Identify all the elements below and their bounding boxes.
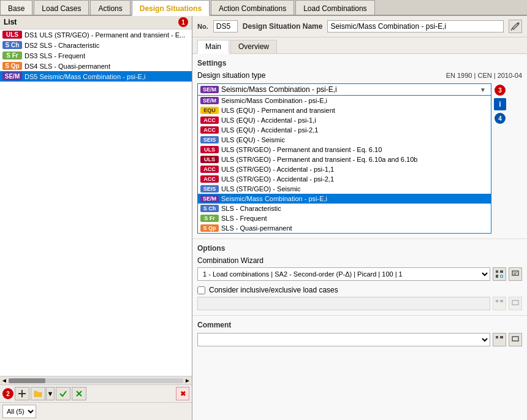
dropdown-item[interactable]: S Qp SLS - Quasi-permanent [198,223,491,233]
dropdown-item-selected[interactable]: SE/M Seismic/Mass Combination - psi-E,i [198,194,491,204]
tab-base[interactable]: Base [0,0,32,15]
right-panel: No. Design Situation Name Main Overview … [192,16,527,420]
add-button[interactable] [15,387,29,400]
badge-sqp: S Qp [2,62,22,70]
current-badge: SE/M [200,86,219,93]
list-item[interactable]: SE/M DS5 Seismic/Mass Combination - psi-… [0,71,192,82]
badge: ACC [200,175,219,183]
list-item[interactable]: S Qp DS4 SLS - Quasi-permanent [0,61,192,71]
disabled-input [197,297,490,310]
list-items: ULS DS1 ULS (STR/GEO) - Permanent and tr… [0,29,192,376]
tab-actions[interactable]: Actions [90,0,130,15]
badge-sfr: S Fr [2,52,22,59]
consider-label: Consider inclusive/exclusive load cases [209,286,338,294]
dropdown-current-text: Seismic/Mass Combination - psi-E,i [221,85,480,94]
dropdown-item[interactable]: SEIS ULS (STR/GEO) - Seismic [198,184,491,194]
dropdown-item[interactable]: ACC ULS (EQU) - Accidental - psi-2,1 [198,125,491,135]
tab-design-situations[interactable]: Design Situations [132,0,210,16]
svg-line-4 [511,28,512,31]
list-item[interactable]: S Ch DS2 SLS - Characteristic [0,40,192,50]
badge: S Qp [200,224,219,232]
type-dropdown[interactable]: SE/M Seismic/Mass Combination - psi-E,i … [197,83,491,234]
left-bottom-toolbar: 2 ▼ [0,384,192,420]
comment-title: Comment [197,321,522,329]
dropdown-item[interactable]: EQU ULS (EQU) - Permanent and transient [198,105,491,115]
disabled-input-row [197,297,522,310]
list-item[interactable]: ULS DS1 ULS (STR/GEO) - Permanent and tr… [0,29,192,40]
badge-sch: S Ch [2,41,22,49]
tab-load-cases[interactable]: Load Cases [34,0,89,15]
badge: ACC [200,166,219,173]
left-panel: List 1 ULS DS1 ULS (STR/GEO) - Permanent… [0,16,192,420]
standard-text: EN 1990 | CEN | 2010-04 [446,72,522,79]
badge: ACC [200,126,219,134]
settings-title: Settings [197,59,522,67]
dropdown-header-box[interactable]: SE/M Seismic/Mass Combination - psi-E,i … [197,83,491,96]
dropdown-item[interactable]: ACC ULS (STR/GEO) - Accidental - psi-2,1 [198,174,491,184]
tab-overview[interactable]: Overview [230,40,277,53]
tab-action-combinations[interactable]: Action Combinations [211,0,294,15]
combo-wizard-btn2[interactable] [509,267,522,281]
tab-load-combinations[interactable]: Load Combinations [295,0,374,15]
list-header: List 1 [0,16,192,29]
dropdown-list: SE/M Seismic/Mass Combination - psi-E,i … [197,96,491,234]
dropdown-item[interactable]: ACC ULS (STR/GEO) - Accidental - psi-1,1 [198,164,491,174]
options-title: Options [197,244,522,253]
scroll-right-btn[interactable]: ► [184,377,191,384]
no-label: No. [197,23,208,30]
dropdown-item[interactable]: SE/M Seismic/Mass Combination - psi-E,i [198,96,491,105]
options-section: Options Combination Wizard 1 - Load comb… [192,239,527,315]
badge: SEIS [200,136,219,143]
badge-3: 3 [495,85,506,96]
cross-btn[interactable] [72,387,86,400]
edit-button[interactable] [509,20,522,33]
comment-btn1[interactable] [493,333,506,346]
badge: SE/M [200,195,219,202]
type-label: Design situation type [197,71,265,80]
dropdown-item[interactable]: ULS ULS (STR/GEO) - Permanent and transi… [198,155,491,164]
folder-dropdown[interactable]: ▼ [46,387,55,400]
scroll-left-btn[interactable]: ◄ [1,377,7,384]
info-button[interactable]: i [494,98,506,110]
combo-wizard-row: 1 - Load combinations | SA2 - Second-ord… [197,267,522,281]
main-tab-bar: Base Load Cases Actions Design Situation… [0,0,527,16]
folder-button[interactable] [31,387,45,400]
dropdown-item[interactable]: S Ch SLS - Characteristic [198,204,491,213]
dropdown-item[interactable]: ACC ULS (EQU) - Accidental - psi-1,i [198,115,491,125]
badge-uls: ULS [2,31,22,39]
comment-select[interactable] [197,333,490,346]
badge: SEIS [200,185,219,193]
combo-wizard-select[interactable]: 1 - Load combinations | SA2 - Second-ord… [197,267,490,281]
ds-name-input[interactable] [327,20,504,32]
right-content: Settings Design situation type EN 1990 |… [192,54,527,420]
badge-4: 4 [495,113,506,124]
left-scroll[interactable]: ◄ ► [0,376,192,384]
filter-dropdown[interactable]: All (5) [2,405,36,418]
tab-main[interactable]: Main [197,40,229,54]
badge-1: 1 [178,17,188,27]
ds-number-input[interactable] [213,20,238,32]
badge: ACC [200,116,219,124]
combo-wizard-btn1[interactable] [493,267,506,281]
inner-tabs: Main Overview [192,37,527,54]
dropdown-arrow-icon: ▼ [480,86,486,93]
badge-2: 2 [2,388,13,399]
comment-btn2[interactable] [509,333,522,346]
dropdown-item[interactable]: ULS ULS (STR/GEO) - Permanent and transi… [198,145,491,155]
check-btn[interactable] [56,387,70,400]
disabled-btn1 [493,297,506,310]
dropdown-item[interactable]: SEIS ULS (EQU) - Seismic [198,135,491,145]
dropdown-area: SE/M Seismic/Mass Combination - psi-E,i … [197,83,522,234]
settings-section: Settings Design situation type EN 1990 |… [192,54,527,239]
badge: EQU [200,107,219,114]
delete-button[interactable]: ✖ [176,387,189,400]
combo-wizard-label: Combination Wizard [197,256,522,265]
consider-checkbox[interactable] [197,286,205,294]
badge-sem: SE/M [2,72,22,80]
list-item[interactable]: S Fr DS3 SLS - Frequent [0,50,192,61]
name-label: Design Situation Name [243,22,323,31]
dropdown-header[interactable]: SE/M Seismic/Mass Combination - psi-E,i … [198,84,491,95]
dropdown-item[interactable]: S Fr SLS - Frequent [198,213,491,223]
badge: S Ch [200,205,219,212]
badge: S Fr [200,215,219,222]
